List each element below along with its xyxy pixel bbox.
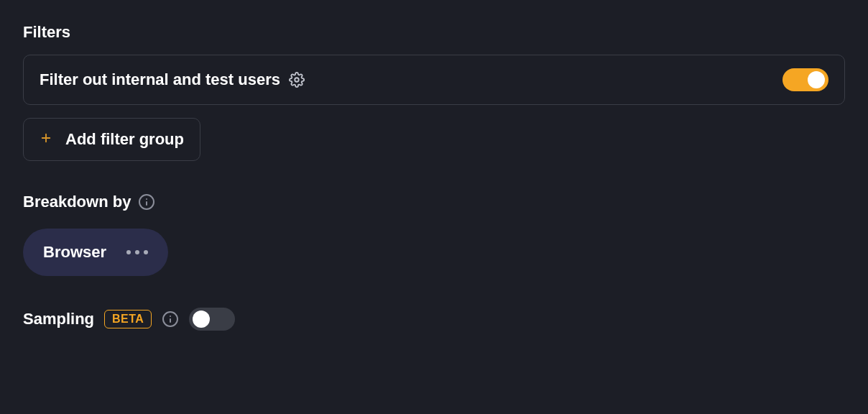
filters-title-text: Filters bbox=[23, 23, 70, 42]
gear-icon[interactable] bbox=[289, 72, 305, 88]
add-filter-group-label: Add filter group bbox=[65, 130, 184, 149]
breakdown-chip-browser[interactable]: Browser bbox=[23, 229, 168, 276]
sampling-title: Sampling bbox=[23, 310, 94, 328]
breakdown-chip-label: Browser bbox=[43, 243, 106, 262]
filter-internal-users-row: Filter out internal and test users bbox=[23, 55, 845, 105]
sampling-toggle[interactable] bbox=[189, 308, 235, 331]
add-filter-group-button[interactable]: Add filter group bbox=[23, 118, 200, 161]
breakdown-title-text: Breakdown by bbox=[23, 193, 131, 211]
info-icon[interactable] bbox=[162, 310, 179, 328]
info-icon[interactable] bbox=[138, 193, 155, 211]
plus-icon bbox=[40, 130, 52, 149]
filter-internal-users-toggle[interactable] bbox=[782, 68, 828, 91]
more-options-icon[interactable] bbox=[126, 250, 148, 254]
beta-badge: BETA bbox=[104, 310, 152, 328]
filter-internal-users-text: Filter out internal and test users bbox=[40, 70, 280, 89]
filter-internal-users-label: Filter out internal and test users bbox=[40, 70, 305, 89]
svg-point-0 bbox=[295, 78, 299, 82]
filters-title: Filters bbox=[23, 23, 845, 42]
breakdown-title: Breakdown by bbox=[23, 193, 845, 211]
